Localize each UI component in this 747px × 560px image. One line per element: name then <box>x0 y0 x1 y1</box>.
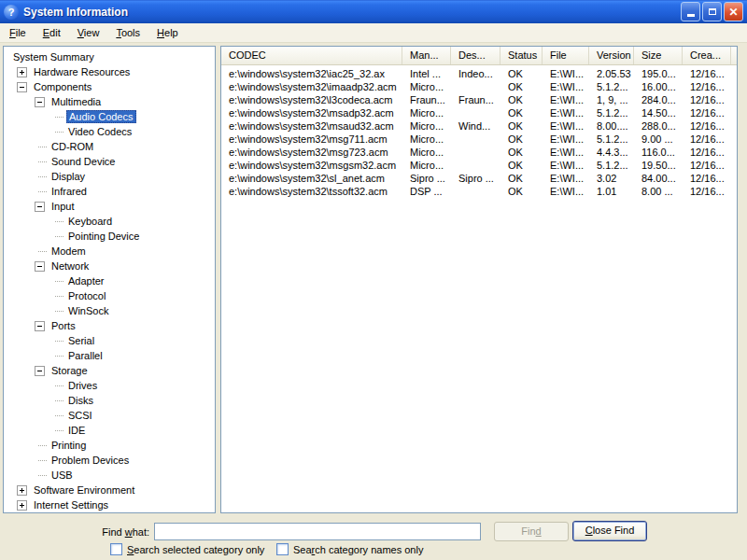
table-row[interactable]: e:\windows\system32\imaadp32.acmMicro...… <box>221 80 737 93</box>
table-body: e:\windows\system32\iac25_32.axIntel ...… <box>221 67 737 198</box>
tree-item-keyboard[interactable]: Keyboard <box>4 214 215 229</box>
tree-item-adapter[interactable]: Adapter <box>4 273 215 288</box>
tree-item-label: Audio Codecs <box>66 110 136 123</box>
tree-item-cd-rom[interactable]: CD-ROM <box>4 139 215 154</box>
tree-item-sound-device[interactable]: Sound Device <box>4 154 215 169</box>
tree-item-hardware-resources[interactable]: Hardware Resources <box>4 64 215 79</box>
cell <box>451 185 500 198</box>
tree-item-label: Software Environment <box>32 483 136 497</box>
cell: Fraun... <box>451 93 500 106</box>
tree-item-label: Multimedia <box>49 95 103 108</box>
tree-item-ide[interactable]: IDE <box>4 423 215 438</box>
column-header-codec[interactable]: CODEC <box>221 47 402 64</box>
tree-item-network[interactable]: Network <box>4 259 215 273</box>
tree-item-disks[interactable]: Disks <box>4 393 215 408</box>
tree-item-pointing-device[interactable]: Pointing Device <box>4 229 215 244</box>
search-selected-category-checkbox[interactable] <box>110 543 122 555</box>
cell: 12/16... <box>683 80 731 93</box>
tree-item-drives[interactable]: Drives <box>4 378 215 393</box>
collapse-minus-icon[interactable] <box>35 97 45 107</box>
column-header-size[interactable]: Size <box>634 47 683 64</box>
tree-item-software-environment[interactable]: Software Environment <box>4 483 215 497</box>
tree-item-label: Input <box>49 200 76 213</box>
menu-file[interactable]: File <box>1 24 35 41</box>
tree-item-storage[interactable]: Storage <box>4 363 215 378</box>
column-header-status[interactable]: Status <box>500 47 543 64</box>
expand-plus-icon[interactable] <box>17 67 27 77</box>
table-row[interactable]: e:\windows\system32\iac25_32.axIntel ...… <box>221 67 737 80</box>
table-row[interactable]: e:\windows\system32\l3codeca.acmFraun...… <box>221 93 737 106</box>
tree-item-multimedia[interactable]: Multimedia <box>4 94 215 109</box>
cell: Micro... <box>402 119 451 133</box>
column-header-des[interactable]: Des... <box>451 47 500 64</box>
tree-item-protocol[interactable]: Protocol <box>4 288 215 303</box>
restore-button[interactable] <box>702 2 722 21</box>
tree-item-label: Network <box>49 259 91 273</box>
tree-item-input[interactable]: Input <box>4 199 215 214</box>
menu-view[interactable]: View <box>69 24 108 41</box>
collapse-minus-icon[interactable] <box>35 261 45 272</box>
tree-connector <box>38 176 47 177</box>
collapse-minus-icon[interactable] <box>35 366 45 376</box>
find-input[interactable] <box>154 523 481 540</box>
tree-item-modem[interactable]: Modem <box>4 244 215 259</box>
table-row[interactable]: e:\windows\system32\msaud32.acmMicro...W… <box>221 119 737 133</box>
tree-item-display[interactable]: Display <box>4 169 215 184</box>
tree-connector <box>55 415 63 416</box>
tree-item-printing[interactable]: Printing <box>4 438 215 453</box>
tree-connector <box>38 251 47 252</box>
cell: OK <box>500 159 543 172</box>
search-category-names-checkbox[interactable] <box>276 543 289 555</box>
tree-item-label: Drives <box>66 379 99 392</box>
tree-item-infrared[interactable]: Infrared <box>4 184 215 199</box>
cell: 284.0... <box>634 93 683 106</box>
close-button[interactable]: ✕ <box>724 2 743 21</box>
cell: 4.4.3... <box>589 146 634 159</box>
tree-item-serial[interactable]: Serial <box>4 333 215 348</box>
tree-item-winsock[interactable]: WinSock <box>4 303 215 318</box>
minimize-button[interactable] <box>681 2 700 21</box>
collapse-minus-icon[interactable] <box>35 202 45 212</box>
expand-plus-icon[interactable] <box>17 500 27 511</box>
tree-connector <box>38 475 47 476</box>
tree-item-components[interactable]: Components <box>4 79 215 94</box>
cell: e:\windows\system32\tssoft32.acm <box>221 185 402 198</box>
table-row[interactable]: e:\windows\system32\msadp32.acmMicro...O… <box>221 106 737 119</box>
table-row[interactable]: e:\windows\system32\msgsm32.acmMicro...O… <box>221 159 737 172</box>
tree-item-video-codecs[interactable]: Video Codecs <box>4 124 215 139</box>
tree-item-audio-codecs[interactable]: Audio Codecs <box>4 109 215 124</box>
tree-item-parallel[interactable]: Parallel <box>4 348 215 363</box>
window-title: System Information <box>23 6 128 19</box>
table-row[interactable]: e:\windows\system32\msg723.acmMicro...OK… <box>221 146 737 159</box>
cell: OK <box>500 93 543 106</box>
tree-item-scsi[interactable]: SCSI <box>4 408 215 423</box>
table-row[interactable]: e:\windows\system32\tssoft32.acmDSP ...O… <box>221 185 737 198</box>
column-header-file[interactable]: File <box>543 47 589 64</box>
titlebar: ? System Information ✕ <box>0 0 747 23</box>
cell: e:\windows\system32\imaadp32.acm <box>221 80 402 93</box>
column-header-man[interactable]: Man... <box>402 47 451 64</box>
cell: E:\WI... <box>543 133 589 146</box>
collapse-minus-icon[interactable] <box>17 82 27 92</box>
search-selected-category-label: Search selected category only <box>127 544 264 555</box>
tree-item-internet-settings[interactable]: Internet Settings <box>4 497 215 512</box>
menu-tools[interactable]: Tools <box>107 24 148 41</box>
find-button[interactable]: Find <box>494 522 569 541</box>
tree-connector <box>38 147 47 147</box>
tree-item-usb[interactable]: USB <box>4 468 215 483</box>
table-row[interactable]: e:\windows\system32\sl_anet.acmSipro ...… <box>221 172 737 185</box>
expand-plus-icon[interactable] <box>17 485 27 496</box>
tree-item-problem-devices[interactable]: Problem Devices <box>4 453 215 468</box>
tree-item-system-summary[interactable]: System Summary <box>4 49 215 64</box>
close-find-button[interactable]: Close Find <box>572 521 647 541</box>
system-information-icon: ? <box>4 5 19 20</box>
cell: 12/16... <box>683 67 731 80</box>
table-row[interactable]: e:\windows\system32\msg711.acmMicro...OK… <box>221 133 737 146</box>
column-header-crea[interactable]: Crea... <box>683 47 731 64</box>
collapse-minus-icon[interactable] <box>35 321 45 331</box>
menu-edit[interactable]: Edit <box>35 24 69 41</box>
menu-help[interactable]: Help <box>148 24 187 41</box>
cell: Sipro ... <box>402 172 451 185</box>
column-header-version[interactable]: Version <box>589 47 634 64</box>
tree-item-ports[interactable]: Ports <box>4 318 215 333</box>
